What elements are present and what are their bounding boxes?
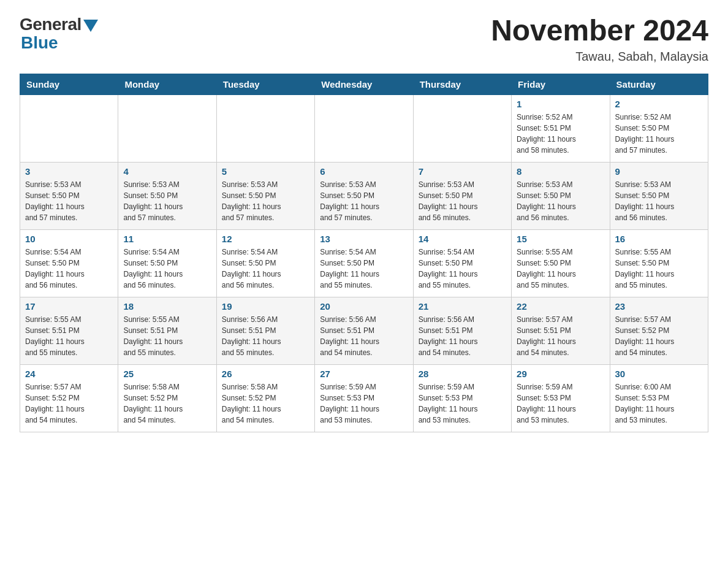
calendar-cell bbox=[315, 94, 413, 162]
day-number: 25 bbox=[123, 369, 211, 379]
header: General Blue November 2024 Tawau, Sabah,… bbox=[20, 15, 708, 64]
calendar-week-row: 3Sunrise: 5:53 AM Sunset: 5:50 PM Daylig… bbox=[20, 162, 708, 229]
calendar-cell: 14Sunrise: 5:54 AM Sunset: 5:50 PM Dayli… bbox=[413, 229, 511, 297]
logo-triangle-icon bbox=[83, 20, 98, 32]
weekday-header-row: SundayMondayTuesdayWednesdayThursdayFrid… bbox=[20, 74, 708, 94]
day-number: 16 bbox=[615, 234, 703, 244]
calendar-cell: 2Sunrise: 5:52 AM Sunset: 5:50 PM Daylig… bbox=[610, 94, 708, 162]
weekday-header-cell: Thursday bbox=[413, 74, 511, 94]
calendar-cell bbox=[118, 94, 216, 162]
day-info: Sunrise: 5:58 AM Sunset: 5:52 PM Dayligh… bbox=[123, 381, 211, 426]
calendar-cell: 18Sunrise: 5:55 AM Sunset: 5:51 PM Dayli… bbox=[118, 297, 216, 364]
day-info: Sunrise: 5:53 AM Sunset: 5:50 PM Dayligh… bbox=[517, 179, 604, 223]
day-info: Sunrise: 5:53 AM Sunset: 5:50 PM Dayligh… bbox=[123, 179, 211, 223]
day-info: Sunrise: 5:56 AM Sunset: 5:51 PM Dayligh… bbox=[222, 314, 309, 358]
day-info: Sunrise: 5:56 AM Sunset: 5:51 PM Dayligh… bbox=[320, 314, 408, 358]
location-subtitle: Tawau, Sabah, Malaysia bbox=[491, 50, 708, 64]
calendar-cell: 13Sunrise: 5:54 AM Sunset: 5:50 PM Dayli… bbox=[315, 229, 413, 297]
calendar-week-row: 1Sunrise: 5:52 AM Sunset: 5:51 PM Daylig… bbox=[20, 94, 708, 162]
calendar-cell: 27Sunrise: 5:59 AM Sunset: 5:53 PM Dayli… bbox=[315, 364, 413, 432]
calendar-cell: 8Sunrise: 5:53 AM Sunset: 5:50 PM Daylig… bbox=[512, 162, 610, 229]
day-info: Sunrise: 5:58 AM Sunset: 5:52 PM Dayligh… bbox=[222, 381, 309, 426]
weekday-header-cell: Friday bbox=[512, 74, 610, 94]
day-info: Sunrise: 5:55 AM Sunset: 5:50 PM Dayligh… bbox=[615, 247, 703, 291]
day-number: 27 bbox=[320, 369, 408, 379]
calendar-cell: 12Sunrise: 5:54 AM Sunset: 5:50 PM Dayli… bbox=[216, 229, 314, 297]
logo: General Blue bbox=[20, 15, 98, 53]
calendar-cell: 23Sunrise: 5:57 AM Sunset: 5:52 PM Dayli… bbox=[610, 297, 708, 364]
calendar-table: SundayMondayTuesdayWednesdayThursdayFrid… bbox=[20, 74, 708, 432]
calendar-cell: 25Sunrise: 5:58 AM Sunset: 5:52 PM Dayli… bbox=[118, 364, 216, 432]
day-info: Sunrise: 5:54 AM Sunset: 5:50 PM Dayligh… bbox=[419, 247, 506, 291]
day-number: 20 bbox=[320, 301, 408, 312]
calendar-cell: 24Sunrise: 5:57 AM Sunset: 5:52 PM Dayli… bbox=[20, 364, 118, 432]
weekday-header-cell: Monday bbox=[118, 74, 216, 94]
day-number: 18 bbox=[123, 301, 211, 312]
day-number: 3 bbox=[25, 166, 113, 177]
calendar-cell: 11Sunrise: 5:54 AM Sunset: 5:50 PM Dayli… bbox=[118, 229, 216, 297]
calendar-cell: 9Sunrise: 5:53 AM Sunset: 5:50 PM Daylig… bbox=[610, 162, 708, 229]
calendar-cell: 5Sunrise: 5:53 AM Sunset: 5:50 PM Daylig… bbox=[216, 162, 314, 229]
day-info: Sunrise: 5:53 AM Sunset: 5:50 PM Dayligh… bbox=[25, 179, 113, 223]
day-info: Sunrise: 5:54 AM Sunset: 5:50 PM Dayligh… bbox=[25, 247, 113, 291]
calendar-cell: 1Sunrise: 5:52 AM Sunset: 5:51 PM Daylig… bbox=[512, 94, 610, 162]
day-number: 8 bbox=[517, 166, 604, 177]
calendar-cell: 15Sunrise: 5:55 AM Sunset: 5:50 PM Dayli… bbox=[512, 229, 610, 297]
calendar-cell bbox=[20, 94, 118, 162]
weekday-header-cell: Sunday bbox=[20, 74, 118, 94]
day-info: Sunrise: 5:59 AM Sunset: 5:53 PM Dayligh… bbox=[419, 381, 506, 426]
weekday-header-cell: Saturday bbox=[610, 74, 708, 94]
calendar-cell: 10Sunrise: 5:54 AM Sunset: 5:50 PM Dayli… bbox=[20, 229, 118, 297]
calendar-cell: 22Sunrise: 5:57 AM Sunset: 5:51 PM Dayli… bbox=[512, 297, 610, 364]
calendar-week-row: 17Sunrise: 5:55 AM Sunset: 5:51 PM Dayli… bbox=[20, 297, 708, 364]
calendar-cell: 21Sunrise: 5:56 AM Sunset: 5:51 PM Dayli… bbox=[413, 297, 511, 364]
calendar-cell: 28Sunrise: 5:59 AM Sunset: 5:53 PM Dayli… bbox=[413, 364, 511, 432]
day-number: 12 bbox=[222, 234, 309, 244]
day-number: 5 bbox=[222, 166, 309, 177]
calendar-cell: 20Sunrise: 5:56 AM Sunset: 5:51 PM Dayli… bbox=[315, 297, 413, 364]
day-info: Sunrise: 5:53 AM Sunset: 5:50 PM Dayligh… bbox=[320, 179, 408, 223]
day-number: 10 bbox=[25, 234, 113, 244]
day-number: 6 bbox=[320, 166, 408, 177]
month-year-title: November 2024 bbox=[491, 15, 708, 47]
day-number: 22 bbox=[517, 301, 604, 312]
calendar-cell: 6Sunrise: 5:53 AM Sunset: 5:50 PM Daylig… bbox=[315, 162, 413, 229]
day-info: Sunrise: 5:57 AM Sunset: 5:52 PM Dayligh… bbox=[615, 314, 703, 358]
day-info: Sunrise: 5:54 AM Sunset: 5:50 PM Dayligh… bbox=[222, 247, 309, 291]
day-info: Sunrise: 5:55 AM Sunset: 5:50 PM Dayligh… bbox=[517, 247, 604, 291]
day-number: 24 bbox=[25, 369, 113, 379]
calendar-cell bbox=[413, 94, 511, 162]
logo-general-text: General bbox=[20, 15, 82, 34]
day-number: 23 bbox=[615, 301, 703, 312]
day-info: Sunrise: 5:53 AM Sunset: 5:50 PM Dayligh… bbox=[222, 179, 309, 223]
day-info: Sunrise: 5:55 AM Sunset: 5:51 PM Dayligh… bbox=[123, 314, 211, 358]
day-number: 2 bbox=[615, 99, 703, 109]
day-number: 15 bbox=[517, 234, 604, 244]
day-info: Sunrise: 5:54 AM Sunset: 5:50 PM Dayligh… bbox=[123, 247, 211, 291]
calendar-cell: 26Sunrise: 5:58 AM Sunset: 5:52 PM Dayli… bbox=[216, 364, 314, 432]
logo-blue-text: Blue bbox=[21, 33, 58, 53]
day-info: Sunrise: 5:59 AM Sunset: 5:53 PM Dayligh… bbox=[320, 381, 408, 426]
day-number: 7 bbox=[419, 166, 506, 177]
day-number: 29 bbox=[517, 369, 604, 379]
day-number: 4 bbox=[123, 166, 211, 177]
calendar-cell: 3Sunrise: 5:53 AM Sunset: 5:50 PM Daylig… bbox=[20, 162, 118, 229]
day-info: Sunrise: 5:53 AM Sunset: 5:50 PM Dayligh… bbox=[615, 179, 703, 223]
day-info: Sunrise: 5:52 AM Sunset: 5:51 PM Dayligh… bbox=[517, 112, 604, 156]
day-info: Sunrise: 5:55 AM Sunset: 5:51 PM Dayligh… bbox=[25, 314, 113, 358]
day-number: 13 bbox=[320, 234, 408, 244]
day-info: Sunrise: 5:57 AM Sunset: 5:52 PM Dayligh… bbox=[25, 381, 113, 426]
calendar-cell: 30Sunrise: 6:00 AM Sunset: 5:53 PM Dayli… bbox=[610, 364, 708, 432]
calendar-cell bbox=[216, 94, 314, 162]
day-number: 26 bbox=[222, 369, 309, 379]
day-number: 11 bbox=[123, 234, 211, 244]
calendar-week-row: 10Sunrise: 5:54 AM Sunset: 5:50 PM Dayli… bbox=[20, 229, 708, 297]
weekday-header-cell: Tuesday bbox=[216, 74, 314, 94]
calendar-cell: 7Sunrise: 5:53 AM Sunset: 5:50 PM Daylig… bbox=[413, 162, 511, 229]
day-info: Sunrise: 6:00 AM Sunset: 5:53 PM Dayligh… bbox=[615, 381, 703, 426]
calendar-cell: 29Sunrise: 5:59 AM Sunset: 5:53 PM Dayli… bbox=[512, 364, 610, 432]
day-info: Sunrise: 5:57 AM Sunset: 5:51 PM Dayligh… bbox=[517, 314, 604, 358]
day-info: Sunrise: 5:54 AM Sunset: 5:50 PM Dayligh… bbox=[320, 247, 408, 291]
calendar-body: 1Sunrise: 5:52 AM Sunset: 5:51 PM Daylig… bbox=[20, 94, 708, 432]
day-number: 14 bbox=[419, 234, 506, 244]
